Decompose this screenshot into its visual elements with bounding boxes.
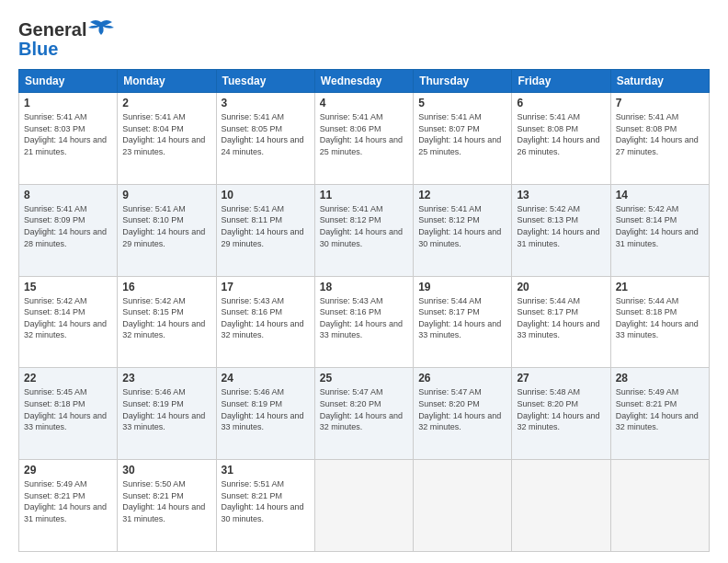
day-info: Sunrise: 5:41 AMSunset: 8:03 PMDaylight:… xyxy=(24,112,107,156)
day-number: 1 xyxy=(24,97,112,109)
calendar-cell: 15Sunrise: 5:42 AMSunset: 8:14 PMDayligh… xyxy=(19,276,118,368)
header: General Blue xyxy=(18,17,710,60)
calendar-cell: 21Sunrise: 5:44 AMSunset: 8:18 PMDayligh… xyxy=(610,276,709,368)
day-info: Sunrise: 5:41 AMSunset: 8:09 PMDaylight:… xyxy=(24,204,107,248)
calendar-cell xyxy=(314,460,413,552)
day-number: 7 xyxy=(616,97,704,109)
day-info: Sunrise: 5:44 AMSunset: 8:18 PMDaylight:… xyxy=(616,296,699,340)
page: General Blue SundayMondayTuesdayWednesda… xyxy=(0,0,728,563)
day-info: Sunrise: 5:41 AMSunset: 8:08 PMDaylight:… xyxy=(616,112,699,156)
day-info: Sunrise: 5:49 AMSunset: 8:21 PMDaylight:… xyxy=(24,479,107,523)
calendar-header-row: SundayMondayTuesdayWednesdayThursdayFrid… xyxy=(19,70,710,93)
calendar-week-row: 1Sunrise: 5:41 AMSunset: 8:03 PMDaylight… xyxy=(19,93,710,185)
logo-text: General xyxy=(18,19,86,40)
logo: General Blue xyxy=(18,17,114,60)
day-number: 13 xyxy=(517,189,605,201)
day-number: 24 xyxy=(222,372,310,385)
day-number: 29 xyxy=(24,464,112,477)
day-info: Sunrise: 5:43 AMSunset: 8:16 PMDaylight:… xyxy=(222,296,304,340)
day-number: 11 xyxy=(320,189,408,201)
calendar-week-row: 15Sunrise: 5:42 AMSunset: 8:14 PMDayligh… xyxy=(19,276,710,368)
day-info: Sunrise: 5:41 AMSunset: 8:05 PMDaylight:… xyxy=(222,112,304,156)
calendar-cell: 28Sunrise: 5:49 AMSunset: 8:21 PMDayligh… xyxy=(610,368,709,460)
calendar-cell: 4Sunrise: 5:41 AMSunset: 8:06 PMDaylight… xyxy=(314,93,413,185)
day-info: Sunrise: 5:42 AMSunset: 8:15 PMDaylight:… xyxy=(122,296,205,340)
day-number: 31 xyxy=(222,464,310,477)
day-info: Sunrise: 5:46 AMSunset: 8:19 PMDaylight:… xyxy=(222,387,304,431)
calendar-cell: 18Sunrise: 5:43 AMSunset: 8:16 PMDayligh… xyxy=(314,276,413,368)
calendar-cell: 2Sunrise: 5:41 AMSunset: 8:04 PMDaylight… xyxy=(118,93,216,185)
logo-bird-icon xyxy=(88,17,114,42)
calendar-cell: 3Sunrise: 5:41 AMSunset: 8:05 PMDaylight… xyxy=(216,93,314,185)
calendar-cell: 27Sunrise: 5:48 AMSunset: 8:20 PMDayligh… xyxy=(512,368,610,460)
day-number: 27 xyxy=(517,372,605,385)
calendar-cell: 25Sunrise: 5:47 AMSunset: 8:20 PMDayligh… xyxy=(314,368,413,460)
calendar-header-friday: Friday xyxy=(512,70,610,93)
calendar-cell: 24Sunrise: 5:46 AMSunset: 8:19 PMDayligh… xyxy=(216,368,314,460)
day-info: Sunrise: 5:44 AMSunset: 8:17 PMDaylight:… xyxy=(517,296,599,340)
calendar-cell xyxy=(512,460,610,552)
day-info: Sunrise: 5:41 AMSunset: 8:11 PMDaylight:… xyxy=(222,204,304,248)
day-info: Sunrise: 5:46 AMSunset: 8:19 PMDaylight:… xyxy=(122,387,205,431)
day-info: Sunrise: 5:47 AMSunset: 8:20 PMDaylight:… xyxy=(418,387,501,431)
calendar-header-wednesday: Wednesday xyxy=(314,70,413,93)
calendar-header-monday: Monday xyxy=(118,70,216,93)
day-number: 8 xyxy=(24,189,112,201)
day-info: Sunrise: 5:49 AMSunset: 8:21 PMDaylight:… xyxy=(616,387,699,431)
day-number: 15 xyxy=(24,281,112,293)
calendar-cell: 11Sunrise: 5:41 AMSunset: 8:12 PMDayligh… xyxy=(314,184,413,276)
calendar-cell: 8Sunrise: 5:41 AMSunset: 8:09 PMDaylight… xyxy=(19,184,118,276)
calendar-week-row: 8Sunrise: 5:41 AMSunset: 8:09 PMDaylight… xyxy=(19,184,710,276)
day-number: 9 xyxy=(122,189,210,201)
day-number: 3 xyxy=(222,97,310,109)
calendar-cell: 23Sunrise: 5:46 AMSunset: 8:19 PMDayligh… xyxy=(118,368,216,460)
calendar-cell: 6Sunrise: 5:41 AMSunset: 8:08 PMDaylight… xyxy=(512,93,610,185)
day-number: 6 xyxy=(517,97,605,109)
calendar-header-tuesday: Tuesday xyxy=(216,70,314,93)
day-number: 20 xyxy=(517,281,605,293)
day-info: Sunrise: 5:43 AMSunset: 8:16 PMDaylight:… xyxy=(320,296,403,340)
day-number: 19 xyxy=(418,281,506,293)
day-info: Sunrise: 5:45 AMSunset: 8:18 PMDaylight:… xyxy=(24,387,107,431)
day-number: 10 xyxy=(222,189,310,201)
day-number: 25 xyxy=(320,372,408,385)
day-info: Sunrise: 5:41 AMSunset: 8:12 PMDaylight:… xyxy=(418,204,501,248)
day-number: 17 xyxy=(222,281,310,293)
calendar-cell: 1Sunrise: 5:41 AMSunset: 8:03 PMDaylight… xyxy=(19,93,118,185)
calendar-cell: 19Sunrise: 5:44 AMSunset: 8:17 PMDayligh… xyxy=(414,276,512,368)
calendar-cell: 5Sunrise: 5:41 AMSunset: 8:07 PMDaylight… xyxy=(414,93,512,185)
calendar-cell xyxy=(610,460,709,552)
calendar-week-row: 29Sunrise: 5:49 AMSunset: 8:21 PMDayligh… xyxy=(19,460,710,552)
day-info: Sunrise: 5:44 AMSunset: 8:17 PMDaylight:… xyxy=(418,296,501,340)
day-number: 23 xyxy=(122,372,210,385)
day-info: Sunrise: 5:42 AMSunset: 8:14 PMDaylight:… xyxy=(616,204,699,248)
day-info: Sunrise: 5:41 AMSunset: 8:04 PMDaylight:… xyxy=(122,112,205,156)
calendar-table: SundayMondayTuesdayWednesdayThursdayFrid… xyxy=(18,69,710,552)
day-number: 4 xyxy=(320,97,408,109)
calendar-cell: 17Sunrise: 5:43 AMSunset: 8:16 PMDayligh… xyxy=(216,276,314,368)
calendar-cell: 29Sunrise: 5:49 AMSunset: 8:21 PMDayligh… xyxy=(19,460,118,552)
calendar-cell: 20Sunrise: 5:44 AMSunset: 8:17 PMDayligh… xyxy=(512,276,610,368)
calendar-header-thursday: Thursday xyxy=(414,70,512,93)
calendar-cell: 14Sunrise: 5:42 AMSunset: 8:14 PMDayligh… xyxy=(610,184,709,276)
day-info: Sunrise: 5:41 AMSunset: 8:10 PMDaylight:… xyxy=(122,204,205,248)
logo-blue-text: Blue xyxy=(18,39,58,60)
calendar-cell xyxy=(414,460,512,552)
calendar-cell: 31Sunrise: 5:51 AMSunset: 8:21 PMDayligh… xyxy=(216,460,314,552)
calendar-cell: 22Sunrise: 5:45 AMSunset: 8:18 PMDayligh… xyxy=(19,368,118,460)
calendar-cell: 7Sunrise: 5:41 AMSunset: 8:08 PMDaylight… xyxy=(610,93,709,185)
calendar-cell: 13Sunrise: 5:42 AMSunset: 8:13 PMDayligh… xyxy=(512,184,610,276)
day-info: Sunrise: 5:41 AMSunset: 8:12 PMDaylight:… xyxy=(320,204,403,248)
calendar-cell: 10Sunrise: 5:41 AMSunset: 8:11 PMDayligh… xyxy=(216,184,314,276)
calendar-header-saturday: Saturday xyxy=(610,70,709,93)
calendar-cell: 16Sunrise: 5:42 AMSunset: 8:15 PMDayligh… xyxy=(118,276,216,368)
day-info: Sunrise: 5:48 AMSunset: 8:20 PMDaylight:… xyxy=(517,387,599,431)
day-number: 18 xyxy=(320,281,408,293)
day-number: 12 xyxy=(418,189,506,201)
day-info: Sunrise: 5:41 AMSunset: 8:07 PMDaylight:… xyxy=(418,112,501,156)
calendar-cell: 9Sunrise: 5:41 AMSunset: 8:10 PMDaylight… xyxy=(118,184,216,276)
calendar-cell: 12Sunrise: 5:41 AMSunset: 8:12 PMDayligh… xyxy=(414,184,512,276)
day-info: Sunrise: 5:42 AMSunset: 8:13 PMDaylight:… xyxy=(517,204,599,248)
day-number: 22 xyxy=(24,372,112,385)
day-number: 5 xyxy=(418,97,506,109)
